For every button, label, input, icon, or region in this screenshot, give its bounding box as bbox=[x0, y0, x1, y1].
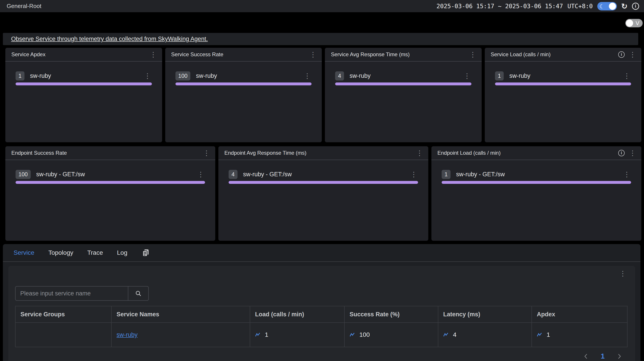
table-row: sw-ruby 1 100 bbox=[15, 323, 627, 347]
kebab-menu-icon[interactable] bbox=[309, 51, 317, 58]
metric-bar bbox=[442, 181, 631, 184]
kebab-menu-icon[interactable] bbox=[415, 150, 424, 156]
success-rate-value: 100 bbox=[359, 331, 370, 338]
dark-mode-toggle[interactable] bbox=[597, 2, 617, 10]
kebab-menu-icon[interactable] bbox=[618, 270, 627, 277]
metric-value-badge: 1 bbox=[495, 71, 504, 80]
card-service-success-rate: Service Success Rate 100 sw-ruby bbox=[165, 48, 322, 142]
card-title: Service Avg Response Time (ms) bbox=[331, 51, 410, 57]
cell-service-group bbox=[15, 323, 112, 347]
metric-value-badge: 100 bbox=[16, 170, 31, 179]
latency-value: 4 bbox=[453, 331, 456, 338]
description-banner: Observe Service through telemetry data c… bbox=[3, 33, 638, 45]
kebab-menu-icon[interactable] bbox=[463, 72, 472, 79]
tab-section: Service Topology Trace Log bbox=[3, 244, 640, 361]
refresh-icon[interactable] bbox=[621, 2, 628, 10]
info-icon[interactable] bbox=[618, 51, 625, 58]
apdex-value: 1 bbox=[546, 331, 550, 338]
card-service-avg-response-time: Service Avg Response Time (ms) 4 sw-ruby bbox=[325, 48, 482, 142]
toggle-knob bbox=[626, 19, 633, 27]
metric-label[interactable]: sw-ruby bbox=[350, 72, 371, 79]
col-latency: Latency (ms) bbox=[438, 306, 532, 323]
tab-bar: Service Topology Trace Log bbox=[3, 244, 640, 262]
toggle-knob bbox=[609, 3, 616, 10]
search-button[interactable] bbox=[128, 287, 148, 300]
view-toggle-label: V bbox=[636, 20, 639, 26]
kebab-menu-icon[interactable] bbox=[149, 51, 158, 58]
tab-service[interactable]: Service bbox=[14, 249, 34, 256]
card-title: Endpoint Avg Response Time (ms) bbox=[224, 150, 306, 156]
metric-bar bbox=[495, 82, 631, 85]
card-title: Service Success Rate bbox=[171, 51, 224, 57]
metric-bar bbox=[16, 82, 152, 85]
service-list-panel: Service Groups Service Names Load (calls… bbox=[8, 266, 635, 361]
metric-value-badge: 1 bbox=[442, 170, 450, 179]
service-search-input[interactable] bbox=[16, 287, 128, 300]
kebab-menu-icon[interactable] bbox=[622, 72, 631, 79]
tab-topology[interactable]: Topology bbox=[48, 249, 73, 256]
col-load: Load (calls / min) bbox=[250, 306, 344, 323]
kebab-menu-icon[interactable] bbox=[410, 171, 418, 178]
kebab-menu-icon[interactable] bbox=[628, 51, 637, 58]
pagination: 1 bbox=[15, 352, 627, 360]
metric-bar bbox=[335, 82, 472, 85]
metric-label[interactable]: sw-ruby bbox=[509, 72, 530, 79]
card-title: Service Apdex bbox=[11, 51, 45, 57]
endpoint-cards-row: Endpoint Success Rate 100 sw-ruby - GET:… bbox=[5, 146, 641, 241]
next-page-icon[interactable] bbox=[616, 353, 622, 360]
metric-label[interactable]: sw-ruby - GET:/sw bbox=[243, 171, 292, 178]
time-range[interactable]: 2025-03-06 15:17 ~ 2025-03-06 15:47 bbox=[436, 3, 563, 9]
metric-bar bbox=[16, 181, 205, 184]
info-icon[interactable] bbox=[618, 150, 625, 156]
trend-line-icon[interactable] bbox=[443, 332, 448, 337]
copy-icon[interactable] bbox=[142, 249, 150, 257]
kebab-menu-icon[interactable] bbox=[196, 171, 205, 178]
kebab-menu-icon[interactable] bbox=[303, 72, 312, 79]
trend-line-icon[interactable] bbox=[350, 332, 355, 337]
page-number[interactable]: 1 bbox=[601, 352, 605, 360]
kebab-menu-icon[interactable] bbox=[143, 72, 152, 79]
moon-icon bbox=[600, 2, 605, 11]
card-endpoint-success-rate: Endpoint Success Rate 100 sw-ruby - GET:… bbox=[5, 146, 215, 241]
metric-value-badge: 100 bbox=[176, 71, 190, 80]
kebab-menu-icon[interactable] bbox=[628, 150, 637, 156]
metric-value-badge: 4 bbox=[228, 170, 238, 179]
col-success-rate: Success Rate (%) bbox=[344, 306, 438, 323]
service-table: Service Groups Service Names Load (calls… bbox=[15, 306, 628, 347]
load-value: 1 bbox=[265, 331, 268, 338]
kebab-menu-icon[interactable] bbox=[622, 171, 631, 178]
trend-line-icon[interactable] bbox=[537, 332, 542, 337]
card-service-apdex: Service Apdex 1 sw-ruby bbox=[5, 48, 162, 142]
metric-value-badge: 1 bbox=[16, 71, 24, 80]
col-service-names: Service Names bbox=[112, 306, 250, 323]
trend-line-icon[interactable] bbox=[255, 332, 260, 337]
tab-trace[interactable]: Trace bbox=[87, 249, 103, 256]
toolbar-strip: V bbox=[0, 12, 644, 33]
kebab-menu-icon[interactable] bbox=[468, 51, 477, 58]
card-service-load: Service Load (calls / min) 1 sw-ruby bbox=[485, 48, 642, 142]
card-endpoint-avg-response-time: Endpoint Avg Response Time (ms) 4 sw-rub… bbox=[218, 146, 428, 241]
col-service-groups: Service Groups bbox=[15, 306, 112, 323]
observe-service-link[interactable]: Observe Service through telemetry data c… bbox=[11, 35, 208, 42]
info-icon[interactable] bbox=[632, 3, 639, 10]
service-name-link[interactable]: sw-ruby bbox=[116, 332, 138, 338]
card-title: Service Load (calls / min) bbox=[491, 51, 550, 57]
card-title: Endpoint Load (calls / min) bbox=[438, 150, 500, 156]
card-title: Endpoint Success Rate bbox=[11, 150, 67, 156]
metric-label[interactable]: sw-ruby bbox=[30, 72, 51, 79]
timezone-label[interactable]: UTC+8:0 bbox=[568, 3, 593, 9]
prev-page-icon[interactable] bbox=[583, 353, 589, 360]
metric-label[interactable]: sw-ruby - GET:/sw bbox=[456, 171, 505, 178]
service-cards-row: Service Apdex 1 sw-ruby Service Success … bbox=[5, 48, 641, 142]
metric-bar bbox=[228, 181, 418, 184]
top-header-bar: General-Root 2025-03-06 15:17 ~ 2025-03-… bbox=[0, 0, 644, 12]
service-search-group bbox=[15, 286, 149, 301]
search-icon bbox=[135, 290, 142, 297]
kebab-menu-icon[interactable] bbox=[202, 150, 211, 156]
col-apdex: Apdex bbox=[532, 306, 627, 323]
metric-label[interactable]: sw-ruby bbox=[196, 72, 217, 79]
tab-log[interactable]: Log bbox=[117, 249, 128, 256]
metric-label[interactable]: sw-ruby - GET:/sw bbox=[36, 171, 85, 178]
view-mode-toggle[interactable]: V bbox=[625, 19, 643, 27]
metric-value-badge: 4 bbox=[335, 71, 344, 80]
